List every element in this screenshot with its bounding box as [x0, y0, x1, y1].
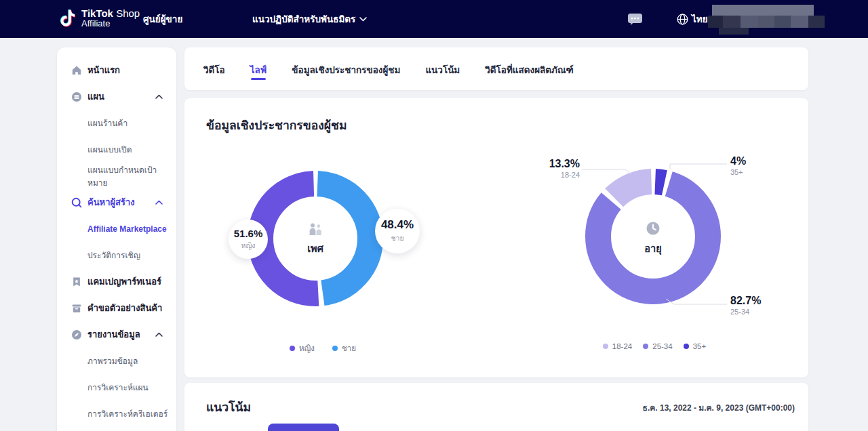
report-compass-icon — [71, 329, 82, 340]
card-title: ข้อมูลเชิงประชากรของผู้ชม — [206, 116, 347, 135]
age-35plus-value: 4% — [730, 155, 746, 167]
male-percentage-badge: 48.4% ชาย — [375, 209, 420, 253]
age-18-24-value: 13.3% — [520, 158, 580, 170]
home-icon — [71, 65, 82, 76]
legend-label: 35+ — [693, 342, 707, 350]
tab-label: วิดีโอ — [203, 65, 225, 75]
trends-title: แนวโน้ม — [206, 398, 251, 417]
female-label: หญิง — [241, 240, 256, 251]
sidebar-item-label: ค้นหาผู้สร้าง — [87, 195, 135, 209]
nav-seller-center-label: ศูนย์ผู้ขาย — [143, 12, 182, 26]
age-chart-title: อายุ — [612, 241, 694, 256]
logo-brand: TikTok — [81, 7, 113, 19]
age-35plus-callout: 4% 35+ — [730, 155, 746, 177]
legend-dot — [290, 346, 295, 351]
box-icon — [71, 303, 82, 314]
tab-trends[interactable]: แนวโน้ม — [425, 47, 460, 90]
sidebar-item-plan-analysis[interactable]: การวิเคราะห์แผน — [57, 374, 176, 401]
age-18-24-label: 18-24 — [520, 171, 580, 180]
legend-label: หญิง — [299, 342, 315, 354]
tab-live[interactable]: ไลฟ์ — [250, 47, 267, 90]
trends-active-tab-indicator[interactable] — [268, 424, 339, 431]
campaign-badge-icon — [71, 276, 82, 287]
search-icon — [71, 197, 82, 208]
age-35plus-label: 35+ — [730, 168, 746, 177]
sidebar-item-label: คำขอตัวอย่างสินค้า — [87, 301, 162, 315]
sidebar-item-sample-requests[interactable]: คำขอตัวอย่างสินค้า — [57, 295, 176, 321]
messages-button[interactable] — [627, 13, 643, 28]
sidebar-item-label: แผนแบบกำหนดเป้าหมาย — [87, 163, 176, 189]
legend-label: 25-34 — [652, 342, 672, 350]
chat-bubble-icon — [627, 13, 643, 26]
chevron-down-icon — [359, 17, 367, 22]
tiktok-note-icon — [58, 8, 77, 28]
legend-item-25-34: 25-34 — [643, 342, 672, 350]
tab-product-videos[interactable]: วิดีโอที่แสดงผลิตภัณฑ์ — [485, 47, 574, 90]
logo-shop: Shop — [113, 7, 140, 19]
legend-item-18-24: 18-24 — [603, 342, 632, 350]
nav-seller-center[interactable]: ศูนย์ผู้ขาย — [143, 0, 182, 38]
nav-partner-guidelines-label: แนวปฏิบัติสำหรับพันธมิตร — [252, 12, 355, 26]
sidebar-item-data-overview[interactable]: ภาพรวมข้อมูล — [57, 348, 176, 374]
female-percentage-badge: 51.6% หญิง — [229, 220, 268, 259]
male-value: 48.4% — [381, 218, 414, 232]
sidebar-item-label: แผน — [87, 89, 104, 104]
sidebar-item-label: ประวัติการเชิญ — [87, 249, 140, 262]
legend-item-male: ชาย — [332, 342, 356, 354]
sidebar-item-open-plan[interactable]: แผนแบบเปิด — [57, 136, 176, 163]
age-25-34-value: 82.7% — [730, 295, 761, 307]
sidebar-item-label: ภาพรวมข้อมูล — [87, 354, 138, 367]
sidebar-item-label: แผนร้านค้า — [87, 117, 127, 129]
legend-dot — [684, 344, 689, 349]
legend-dot — [332, 346, 338, 351]
male-label: ชาย — [391, 232, 403, 244]
chevron-up-icon — [155, 94, 163, 99]
sidebar-item-data-reports[interactable]: รายงานข้อมูล — [57, 321, 176, 348]
topbar: TikTok Shop Affiliate ศูนย์ผู้ขาย แนวปฏิ… — [0, 0, 868, 38]
age-legend: 18-24 25-34 35+ — [580, 342, 729, 350]
gender-chart-title: เพศ — [275, 241, 356, 256]
app-screen: TikTok Shop Affiliate ศูนย์ผู้ขาย แนวปฏิ… — [0, 0, 868, 431]
redacted-account-info[interactable] — [708, 3, 848, 34]
audience-demographics-card: ข้อมูลเชิงประชากรของผู้ชม เพศ 51.6% หญิง… — [184, 98, 808, 377]
logo-affiliate: Affiliate — [81, 19, 140, 29]
legend-item-35plus: 35+ — [684, 342, 707, 350]
tab-label: ข้อมูลเชิงประชากรของผู้ชม — [292, 65, 400, 75]
sidebar-item-label: รายงานข้อมูล — [87, 327, 140, 342]
legend-dot — [643, 344, 648, 349]
gender-chart-center: เพศ — [275, 222, 356, 256]
trends-date-range: ธ.ค. 13, 2022 - ม.ค. 9, 2023 (GMT+00:00) — [643, 401, 795, 414]
age-chart-center: อายุ — [612, 221, 694, 256]
legend-label: ชาย — [342, 342, 356, 354]
sidebar-item-shop-plan[interactable]: แผนร้านค้า — [57, 110, 176, 136]
language-label: ไทย — [692, 12, 708, 26]
sidebar-item-plans[interactable]: แผน — [57, 83, 176, 110]
sidebar-item-targeted-plan[interactable]: แผนแบบกำหนดเป้าหมาย — [57, 163, 176, 189]
people-icon — [307, 222, 323, 236]
section-tabs: วิดีโอ ไลฟ์ ข้อมูลเชิงประชากรของผู้ชม แน… — [184, 47, 808, 90]
tiktok-shop-affiliate-logo[interactable]: TikTok Shop Affiliate — [58, 7, 140, 29]
legend-dot — [603, 344, 608, 349]
sidebar-item-partner-campaigns[interactable]: แคมเปญพาร์ทเนอร์ — [57, 268, 176, 295]
tab-label: ไลฟ์ — [250, 65, 267, 75]
sidebar-item-find-creators[interactable]: ค้นหาผู้สร้าง — [57, 189, 176, 216]
sidebar-item-label: การวิเคราะห์แผน — [87, 381, 149, 394]
globe-icon — [677, 14, 688, 25]
sidebar-item-creator-analysis[interactable]: การวิเคราะห์ครีเอเตอร์ — [57, 401, 176, 427]
nav-partner-guidelines[interactable]: แนวปฏิบัติสำหรับพันธมิตร — [252, 0, 367, 38]
tab-video[interactable]: วิดีโอ — [203, 47, 225, 90]
chevron-up-icon — [155, 200, 163, 205]
sidebar-item-home[interactable]: หน้าแรก — [57, 57, 176, 83]
sidebar-item-label: Affiliate Marketplace — [87, 224, 167, 234]
sidebar-item-label: แคมเปญพาร์ทเนอร์ — [87, 274, 161, 289]
tab-label: แนวโน้ม — [425, 65, 460, 75]
age-25-34-callout: 82.7% 25-34 — [730, 295, 761, 316]
clock-icon — [646, 221, 660, 236]
tab-audience-demographics[interactable]: ข้อมูลเชิงประชากรของผู้ชม — [292, 47, 400, 90]
sidebar-item-affiliate-marketplace[interactable]: Affiliate Marketplace — [57, 216, 176, 242]
age-18-24-callout: 13.3% 18-24 — [520, 158, 580, 180]
sidebar-item-label: แผนแบบเปิด — [87, 143, 132, 156]
sidebar-item-invitation-history[interactable]: ประวัติการเชิญ — [57, 242, 176, 268]
logo-wordmark: TikTok Shop Affiliate — [81, 7, 140, 29]
female-value: 51.6% — [234, 228, 263, 239]
